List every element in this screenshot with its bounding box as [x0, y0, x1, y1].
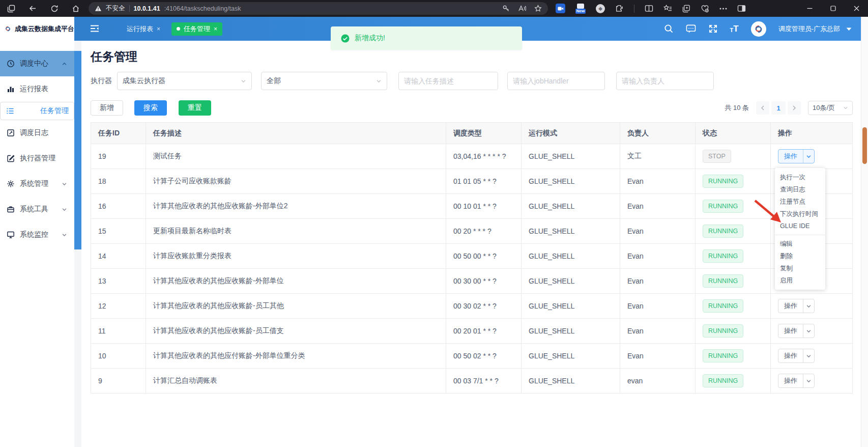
menu-item[interactable]: 下次执行时间	[775, 208, 825, 220]
task-id-cell: 19	[91, 144, 146, 169]
menu-item[interactable]: 复制	[775, 262, 825, 274]
task-desc-input[interactable]	[398, 72, 498, 90]
sidebar-item-system-monitor[interactable]: 系统监控	[0, 222, 74, 247]
task-desc-cell: 计算应收账款重分类报表	[146, 244, 446, 269]
sidebar-item-system-management[interactable]: 系统管理	[0, 171, 74, 197]
fullscreen-icon[interactable]	[708, 24, 718, 34]
page-scrollbar[interactable]	[861, 17, 868, 447]
menu-item[interactable]: 注册节点	[775, 195, 825, 208]
address-bar[interactable]: 不安全 10.0.1.41:41064/taskscheduling/task	[89, 2, 548, 15]
task-desc-cell: 更新项目最新名称临时表	[146, 219, 446, 244]
task-desc-cell: 计算其他应收表的其他应付账龄-外部单位重分类	[146, 344, 446, 369]
search-icon[interactable]	[664, 24, 674, 34]
extensions-puzzle-icon[interactable]	[615, 4, 624, 13]
status-cell: RUNNING	[696, 219, 771, 244]
meeting-extension-icon[interactable]	[556, 4, 565, 13]
chevron-down-icon	[62, 232, 67, 238]
close-icon[interactable]: ×	[214, 25, 217, 33]
status-cell: RUNNING	[696, 344, 771, 369]
avatar[interactable]	[751, 21, 766, 37]
menu-item[interactable]: 启用	[775, 274, 825, 287]
security-label: 不安全	[106, 4, 125, 13]
back-icon[interactable]	[28, 4, 37, 13]
row-action-dropdown-button[interactable]: 操作	[778, 324, 815, 338]
task-table: 任务ID任务描述调度类型运行模式负责人状态操作 19测试任务03,04,16 *…	[91, 122, 853, 394]
run-mode-cell: GLUE_SHELL	[522, 269, 620, 294]
executor-select[interactable]: 成集云执行器	[117, 72, 252, 90]
user-name[interactable]: 调度管理员-广东总部	[778, 24, 840, 34]
settings-more-icon[interactable]	[719, 8, 727, 10]
sidebar-collapse-icon[interactable]	[90, 24, 100, 33]
row-action-menu: 执行一次查询日志注册节点下次执行时间GLUE IDE编辑删除复制启用	[775, 168, 825, 290]
sidebar-item-executor-management[interactable]: 执行器管理	[0, 146, 74, 171]
schedule-type-cell: 00 30 00 * * ?	[446, 269, 522, 294]
menu-item[interactable]: 查询日志	[775, 183, 825, 195]
sidebar-item-task-management[interactable]: 任务管理	[0, 102, 74, 120]
browser-essentials-icon[interactable]	[701, 5, 709, 13]
status-cell: RUNNING	[696, 294, 771, 319]
minimize-button[interactable]	[798, 0, 821, 17]
task-desc-cell: 计算其他应收表的其他应收账龄-外部单位2	[146, 194, 446, 219]
favorite-star-icon[interactable]	[534, 5, 542, 12]
warning-icon	[95, 5, 102, 12]
tab-run-report[interactable]: 运行报表×	[123, 22, 164, 36]
row-action-dropdown-button[interactable]: 操作	[778, 374, 815, 388]
task-desc-cell: 计算子公司应收账款账龄	[146, 169, 446, 194]
favorites-bar-icon[interactable]	[663, 5, 672, 12]
tab-task-management[interactable]: 任务管理×	[171, 22, 222, 36]
row-action-dropdown-button[interactable]: 操作	[778, 299, 815, 313]
collections-icon[interactable]	[682, 5, 690, 13]
open-tabs-bar: 运行报表×任务管理×	[123, 22, 222, 36]
status-badge: RUNNING	[703, 175, 743, 188]
menu-item[interactable]: GLUE IDE	[775, 220, 825, 232]
add-button[interactable]: 新增	[91, 100, 123, 116]
clock-icon	[6, 60, 15, 68]
chevron-down-icon	[803, 349, 814, 362]
menu-item[interactable]: 编辑	[775, 238, 825, 250]
log-icon	[6, 129, 15, 137]
maximize-button[interactable]	[821, 0, 845, 17]
diamond-extension-icon[interactable]: ◆	[596, 4, 605, 13]
home-icon[interactable]	[72, 5, 80, 13]
page-size-select[interactable]: 10条/页	[808, 101, 853, 115]
close-button[interactable]	[845, 0, 868, 17]
chevron-down-icon	[241, 78, 246, 84]
status-filter-select[interactable]: 全部	[261, 72, 387, 90]
read-aloud-icon[interactable]	[518, 5, 526, 12]
reset-button[interactable]: 重置	[179, 100, 211, 116]
row-action-dropdown-button[interactable]: 操作	[778, 349, 815, 363]
split-screen-icon[interactable]	[645, 5, 653, 12]
password-key-icon[interactable]	[502, 5, 510, 12]
toast-message: 新增成功!	[355, 34, 385, 43]
sidebar-item-dispatch-center[interactable]: 调度中心	[0, 51, 74, 76]
chevron-down-icon	[803, 374, 814, 387]
table-row: 12计算其他应收表的其他应收账龄-员工其他00 30 02 * * ?GLUE_…	[91, 294, 853, 319]
owner-input[interactable]	[616, 72, 714, 90]
current-page[interactable]: 1	[771, 101, 786, 115]
prev-page-button[interactable]	[756, 101, 769, 115]
menu-item[interactable]: 执行一次	[775, 171, 825, 183]
sidebar-scrollbar[interactable]	[74, 41, 81, 447]
tab-stack-icon[interactable]	[7, 5, 15, 13]
close-icon[interactable]: ×	[157, 25, 160, 33]
menu-item[interactable]: 删除	[775, 250, 825, 262]
sidebar-item-dispatch-log[interactable]: 调度日志	[0, 120, 74, 146]
row-action-dropdown-button[interactable]: 操作	[778, 149, 815, 163]
sidebar-toggle-icon[interactable]	[737, 5, 746, 12]
sidebar-item-label: 系统工具	[20, 205, 48, 214]
sidebar-item-system-tools[interactable]: 系统工具	[0, 197, 74, 222]
font-size-icon[interactable]: TT	[730, 24, 739, 33]
message-icon[interactable]	[686, 24, 696, 34]
success-check-icon	[341, 34, 350, 43]
new-extension-icon[interactable]: New	[575, 4, 586, 14]
page-scrollbar-thumb[interactable]	[862, 127, 867, 164]
owner-cell: evan	[620, 369, 696, 394]
sidebar-item-label: 任务管理	[40, 106, 69, 116]
search-button[interactable]: 搜索	[134, 100, 167, 116]
action-button-label: 操作	[778, 349, 803, 362]
sidebar-item-run-report[interactable]: 运行报表	[0, 76, 74, 102]
sidebar-scrollbar-thumb[interactable]	[74, 51, 81, 249]
next-page-button[interactable]	[788, 101, 801, 115]
jobhandler-input[interactable]	[507, 72, 605, 90]
refresh-icon[interactable]	[50, 5, 59, 13]
